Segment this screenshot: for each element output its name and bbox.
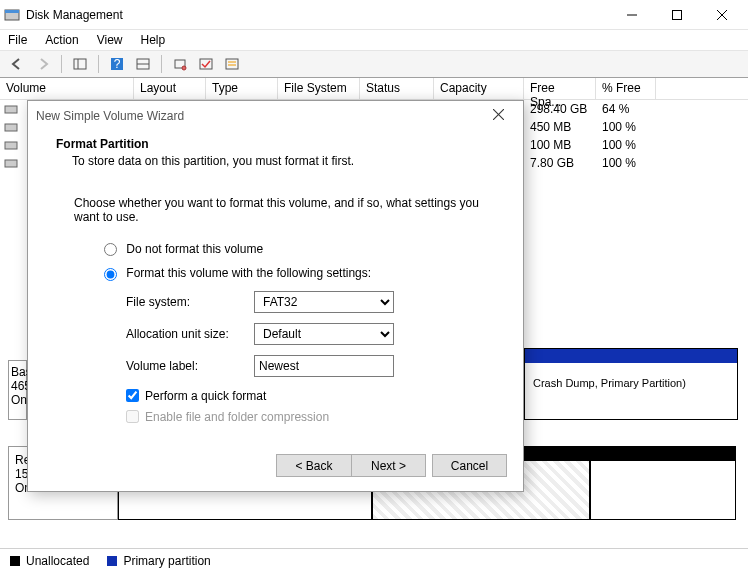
menubar: File Action View Help xyxy=(0,30,748,50)
select-allocation[interactable]: Default xyxy=(254,323,394,345)
col-layout[interactable]: Layout xyxy=(134,78,206,99)
svg-rect-14 xyxy=(200,59,212,69)
col-type[interactable]: Type xyxy=(206,78,278,99)
pct-cell: 64 % xyxy=(600,101,660,117)
svg-point-13 xyxy=(182,66,186,70)
svg-rect-6 xyxy=(74,59,86,69)
col-free[interactable]: Free Spa... xyxy=(524,78,596,99)
checkbox-compression-label: Enable file and folder compression xyxy=(145,410,329,424)
pane-button[interactable] xyxy=(69,53,91,75)
next-button[interactable]: Next > xyxy=(351,454,426,477)
col-fs[interactable]: File System xyxy=(278,78,360,99)
input-volume-label[interactable] xyxy=(254,355,394,377)
wizard-subtitle: To store data on this partition, you mus… xyxy=(72,154,495,168)
wizard-close-button[interactable] xyxy=(481,109,515,123)
svg-rect-20 xyxy=(5,142,17,149)
legend-primary-label: Primary partition xyxy=(123,554,210,568)
label-filesystem: File system: xyxy=(126,295,254,309)
minimize-button[interactable] xyxy=(609,0,654,30)
swatch-black-icon xyxy=(10,556,20,566)
checkbox-quick-format[interactable] xyxy=(126,389,139,402)
col-capacity[interactable]: Capacity xyxy=(434,78,524,99)
menu-help[interactable]: Help xyxy=(141,33,166,47)
app-icon xyxy=(4,7,20,23)
volume-icon xyxy=(4,138,18,152)
wizard-dialog: New Simple Volume Wizard Format Partitio… xyxy=(27,100,524,492)
menu-action[interactable]: Action xyxy=(45,33,78,47)
col-volume[interactable]: Volume xyxy=(0,78,134,99)
forward-button[interactable] xyxy=(32,53,54,75)
legend-unallocated: Unallocated xyxy=(10,554,89,568)
cancel-button[interactable]: Cancel xyxy=(432,454,507,477)
free-cell: 100 MB xyxy=(528,137,600,153)
legend-primary: Primary partition xyxy=(107,554,210,568)
toolbar-sep xyxy=(61,55,62,73)
volume-icon xyxy=(4,102,18,116)
disk0-status: On xyxy=(11,393,24,407)
pct-cell: 100 % xyxy=(600,119,660,135)
legend: Unallocated Primary partition xyxy=(0,548,748,572)
disk0-basic: Bas xyxy=(11,365,24,379)
wizard-buttonbar: < Back Next > Cancel xyxy=(276,454,507,477)
checkbox-quick-format-label[interactable]: Perform a quick format xyxy=(145,389,266,403)
close-icon xyxy=(493,109,504,120)
close-button[interactable] xyxy=(699,0,744,30)
titlebar: Disk Management xyxy=(0,0,748,30)
wizard-title: New Simple Volume Wizard xyxy=(36,109,184,123)
partition-color-bar xyxy=(525,349,737,363)
svg-rect-19 xyxy=(5,124,17,131)
free-cell: 450 MB xyxy=(528,119,600,135)
back-button[interactable]: < Back xyxy=(276,454,351,477)
swatch-blue-icon xyxy=(107,556,117,566)
menu-view[interactable]: View xyxy=(97,33,123,47)
toolbar: ? xyxy=(0,50,748,78)
col-pctfree[interactable]: % Free xyxy=(596,78,656,99)
radio-format[interactable] xyxy=(104,268,117,281)
pct-cell: 100 % xyxy=(600,137,660,153)
back-button[interactable] xyxy=(6,53,28,75)
radio-no-format-label[interactable]: Do not format this volume xyxy=(126,242,263,256)
svg-rect-15 xyxy=(226,59,238,69)
partition-color-bar xyxy=(591,447,735,461)
toolbar-sep xyxy=(161,55,162,73)
svg-rect-18 xyxy=(5,106,17,113)
check-button[interactable] xyxy=(195,53,217,75)
volume-icon xyxy=(4,120,18,134)
volume-icon xyxy=(4,156,18,170)
partition-text: Crash Dump, Primary Partition) xyxy=(525,363,737,403)
view2-button[interactable] xyxy=(132,53,154,75)
label-allocation: Allocation unit size: xyxy=(126,327,254,341)
menu-file[interactable]: File xyxy=(8,33,27,47)
col-status[interactable]: Status xyxy=(360,78,434,99)
disk0-header-fragment: Bas 465 On xyxy=(8,360,27,420)
legend-unalloc-label: Unallocated xyxy=(26,554,89,568)
volume-header-row: Volume Layout Type File System Status Ca… xyxy=(0,78,748,100)
svg-rect-21 xyxy=(5,160,17,167)
svg-text:?: ? xyxy=(114,57,121,71)
pct-cell: 100 % xyxy=(600,155,660,171)
disk0-partition-fragment[interactable]: Crash Dump, Primary Partition) xyxy=(524,348,738,420)
svg-rect-3 xyxy=(672,10,681,19)
settings-button[interactable] xyxy=(169,53,191,75)
disk0-size: 465 xyxy=(11,379,24,393)
col-blank xyxy=(656,78,748,99)
label-volume-label: Volume label: xyxy=(126,359,254,373)
window-title: Disk Management xyxy=(26,8,609,22)
select-filesystem[interactable]: FAT32 xyxy=(254,291,394,313)
help-button[interactable]: ? xyxy=(106,53,128,75)
radio-no-format[interactable] xyxy=(104,243,117,256)
list-button[interactable] xyxy=(221,53,243,75)
maximize-button[interactable] xyxy=(654,0,699,30)
radio-format-label[interactable]: Format this volume with the following se… xyxy=(126,266,371,280)
svg-rect-1 xyxy=(5,10,19,13)
checkbox-compression xyxy=(126,410,139,423)
disk1-unallocated-narrow[interactable] xyxy=(590,446,736,520)
free-cell: 7.80 GB xyxy=(528,155,600,171)
wizard-heading: Format Partition xyxy=(56,137,495,151)
wizard-titlebar[interactable]: New Simple Volume Wizard xyxy=(28,101,523,131)
wizard-instruction: Choose whether you want to format this v… xyxy=(56,196,495,224)
toolbar-sep xyxy=(98,55,99,73)
